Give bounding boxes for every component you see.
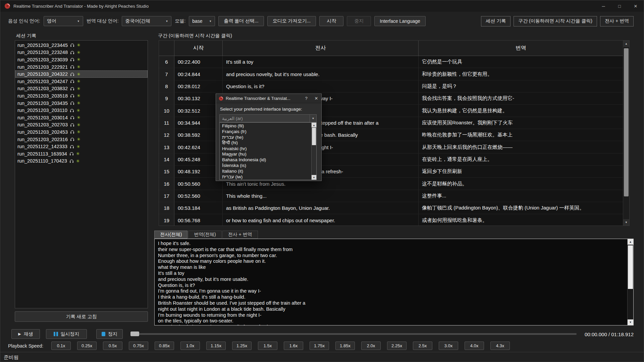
segment-translation[interactable]: 应该使用英国Roanster。我刚刚下了火车 — [419, 117, 624, 129]
segment-translation[interactable]: 问题是，是吗？ — [419, 80, 624, 93]
speed-button[interactable]: 1.0x — [180, 342, 200, 350]
speed-button[interactable]: 0.75x — [129, 342, 148, 350]
segment-translation[interactable]: 在瓷砖上，通常是在两人座上。 — [419, 154, 624, 166]
speed-button[interactable]: 1.15x — [206, 342, 226, 350]
session-item[interactable]: run_20251113_163934✳ — [15, 150, 148, 158]
language-option[interactable]: हिन्दी (hi) — [220, 140, 311, 146]
language-option[interactable]: עברית (iw) — [220, 174, 311, 180]
scroll-up-icon[interactable]: ▲ — [312, 123, 316, 127]
speed-button[interactable]: 3.0x — [439, 342, 458, 350]
speed-button[interactable]: 0.5x — [103, 342, 122, 350]
speed-button[interactable]: 2.5x — [413, 342, 432, 350]
speed-button[interactable]: 4.0x — [465, 342, 484, 350]
segment-start-time[interactable]: 00:53.184 — [174, 202, 223, 214]
speech-language-select[interactable]: 영어 ▼ — [44, 16, 83, 26]
speed-button[interactable]: 0.1x — [51, 342, 71, 350]
transcript-panel[interactable]: I hope it's safe. their new super-sport … — [154, 239, 634, 325]
session-item[interactable]: run_20251203_203014✳ — [15, 114, 148, 121]
seek-slider[interactable] — [130, 330, 577, 337]
segment-translation[interactable]: 这不是耶稣的补品。 — [419, 178, 624, 190]
segment-translation[interactable]: 昨晚在伦敦参加了一场黑潮狂欢。基本上 — [419, 129, 624, 141]
column-header-translation[interactable]: 번역 — [419, 41, 624, 56]
segment-start-time[interactable]: 00:56.768 — [174, 214, 223, 226]
session-item[interactable]: run_20251203_223248✳ — [15, 49, 148, 56]
language-option[interactable]: Magyar (hu) — [220, 151, 311, 157]
session-item[interactable]: run_20251203_204322✳ — [15, 70, 148, 78]
chevron-down-icon[interactable]: ▼ — [310, 115, 316, 122]
tab-transcribe-translate[interactable]: 전사 + 번역 — [600, 16, 634, 26]
tab-transcript-full[interactable]: 전사(전체) — [154, 231, 187, 239]
speed-button[interactable]: 1.5x — [258, 342, 277, 350]
model-select[interactable]: base ▼ — [189, 16, 215, 26]
transcript-text[interactable]: I hope it's safe. their new super-sport … — [155, 239, 627, 325]
speed-button[interactable]: 1.85x — [335, 342, 355, 350]
maximize-button[interactable]: □ — [611, 0, 628, 12]
segment-start-time[interactable]: 00:28.012 — [174, 80, 223, 93]
speed-button[interactable]: 0.85x — [155, 342, 174, 350]
language-option[interactable]: Hrvatski (hr) — [220, 146, 311, 152]
dialog-close-button[interactable]: ✕ — [311, 94, 321, 103]
scrollbar-track[interactable] — [623, 47, 629, 219]
segment-translation[interactable]: 或者如何用报纸吃鱼和薯条。 — [419, 214, 624, 226]
session-item[interactable]: run_20251110_170423✳ — [15, 158, 148, 165]
language-option[interactable]: Íslenska (is) — [220, 163, 311, 168]
tab-translation-full[interactable]: 번역(전체) — [188, 231, 221, 239]
column-header-start[interactable]: 시작 — [174, 41, 223, 56]
scroll-up-icon[interactable]: ▲ — [628, 239, 633, 245]
scroll-down-icon[interactable]: ▼ — [312, 175, 316, 180]
segments-scrollbar[interactable]: ▲ ▼ — [623, 41, 629, 226]
scroll-down-icon[interactable]: ▼ — [623, 219, 629, 226]
language-option[interactable]: Italiano (it) — [220, 168, 311, 174]
language-option[interactable]: Français (fr) — [220, 129, 311, 134]
session-item[interactable]: run_20251203_202453✳ — [15, 128, 148, 136]
language-select[interactable]: العربية (ar) ▼ — [219, 114, 317, 122]
scroll-down-icon[interactable]: ▼ — [628, 319, 633, 325]
scrollbar-track[interactable] — [628, 245, 633, 319]
segment-start-time[interactable]: 00:24.844 — [174, 68, 223, 80]
segment-transcript[interactable]: and precious novelty, but it's more usab… — [223, 68, 419, 80]
segment-translation[interactable]: 从那天晚上回来后我的伤口正在燃烧—— — [419, 141, 624, 153]
segment-start-time[interactable]: 00:52.560 — [174, 190, 223, 202]
output-folder-button[interactable]: 출력 폴더 선택... — [218, 16, 264, 26]
slider-groove[interactable] — [130, 333, 577, 335]
scrollbar-track[interactable] — [312, 127, 316, 175]
import-audio-button[interactable]: 오디오 가져오기... — [267, 16, 316, 26]
session-item[interactable]: run_20251203_203435✳ — [15, 100, 148, 107]
language-option[interactable]: Bahasa Indonesia (id) — [220, 157, 311, 163]
scrollbar-thumb[interactable] — [312, 128, 316, 145]
language-option[interactable]: Filipino (fil) — [220, 123, 311, 129]
pause-button[interactable]: 일시정지 — [46, 329, 87, 339]
column-header-transcript[interactable]: 전사 — [223, 41, 419, 56]
segment-translation[interactable]: 返回乡下住所刷新 — [419, 166, 624, 178]
help-button[interactable]: ? — [301, 94, 311, 103]
segment-translation[interactable]: 我认为悬挂构建，它仍然是悬挂构建。 — [419, 105, 624, 117]
session-item[interactable]: run_20251203_203110✳ — [15, 107, 148, 114]
speed-button[interactable]: 1.75x — [310, 342, 329, 350]
segment-transcript[interactable]: Question is, is it? — [223, 80, 419, 93]
session-item[interactable]: run_20251203_223445✳ — [15, 42, 148, 49]
tab-segments[interactable]: 구간 (이동하려면 시작 시간을 클릭) — [514, 16, 597, 26]
segment-start-time[interactable]: 00:22.400 — [174, 56, 223, 68]
tab-session-log[interactable]: 세션 기록 — [481, 16, 511, 26]
speed-button[interactable]: 1.25x — [232, 342, 252, 350]
segment-transcript[interactable]: It's still a toy — [223, 56, 419, 68]
speed-button[interactable]: 2.25x — [387, 342, 407, 350]
start-button[interactable]: 시작 — [319, 16, 343, 26]
language-list-scrollbar[interactable]: ▲ ▼ — [311, 123, 316, 180]
scroll-up-icon[interactable]: ▲ — [623, 41, 629, 47]
speed-button[interactable]: 2.0x — [361, 342, 381, 350]
segment-transcript[interactable]: or how to eating fish and chips out of n… — [223, 214, 419, 226]
segment-translation[interactable]: 和珍贵的新颖性，但它更有用。 — [419, 68, 624, 80]
scrollbar-thumb[interactable] — [628, 245, 633, 289]
play-button[interactable]: ▶ 재생 — [11, 329, 40, 339]
tab-transcript-translation[interactable]: 전사 + 번역 — [222, 231, 258, 239]
scrollbar-thumb[interactable] — [624, 48, 629, 196]
segment-translation[interactable]: 我会找出答案，我会按照我的方式使用它- — [419, 93, 624, 105]
session-item[interactable]: run_20251203_203832✳ — [15, 85, 148, 93]
session-item[interactable]: run_20251203_204247✳ — [15, 78, 148, 85]
session-item[interactable]: run_20251203_203518✳ — [15, 92, 148, 100]
session-item[interactable]: run_20251203_202316✳ — [15, 136, 148, 143]
segment-translation[interactable]: 它仍然是一个玩具 — [419, 56, 624, 68]
interface-language-button[interactable]: Interface Language — [374, 16, 426, 26]
segment-transcript[interactable]: as British as Paddington Bayon, Union Ja… — [223, 202, 419, 214]
